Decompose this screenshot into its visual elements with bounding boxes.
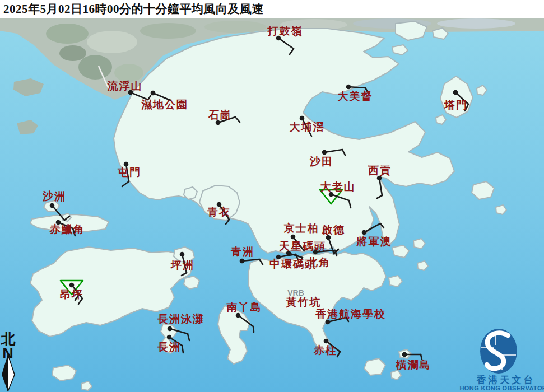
station-dot [180, 252, 185, 257]
station-dot [151, 91, 156, 96]
station-label: 黃竹坑 [286, 296, 322, 308]
station-dot [324, 339, 329, 344]
station-label: 塔門 [444, 99, 468, 111]
map-title: 2025年5月02日16時00分的十分鐘平均風向及風速 [0, 0, 544, 18]
urban-texture-patch [114, 64, 143, 82]
station-dot [124, 162, 129, 167]
station-label: 赤柱 [313, 344, 337, 356]
station-label: 西貢 [368, 165, 392, 176]
station-label: 屯門 [117, 166, 141, 178]
station-label: 青洲 [230, 246, 254, 258]
station-dot [362, 230, 367, 235]
urban-texture-patch [140, 23, 196, 39]
urban-texture-patch [87, 31, 137, 53]
station-label: 長洲 [157, 341, 181, 353]
station-dot [236, 313, 241, 318]
station-label: 濕地公園 [141, 99, 188, 110]
station-label: 啟德 [321, 224, 345, 236]
hko-logo-english-name: HONG KONG OBSERVATORY [459, 385, 544, 391]
station-label: 將軍澳 [356, 236, 392, 248]
station-label: 昂坪 [60, 288, 83, 300]
urban-texture-patch [204, 21, 266, 33]
station-dot [50, 203, 55, 208]
urban-texture-patch [437, 18, 515, 29]
station-label: 沙洲 [42, 190, 66, 202]
station-label: 坪洲 [170, 259, 194, 271]
station-label: 打鼓嶺 [267, 25, 303, 37]
hko-logo-chinese-name: 香港天文台 [476, 375, 536, 385]
station-label: 橫瀾島 [396, 359, 431, 371]
station-dot [167, 335, 172, 340]
station-dot [346, 85, 351, 90]
station-dot [240, 259, 245, 264]
station-dot [322, 150, 327, 155]
urban-texture-patch [59, 45, 86, 61]
station-dot [326, 320, 331, 325]
station-label: 長洲泳灘 [157, 313, 204, 325]
station-label: 青衣 [207, 206, 231, 218]
station-label: 南丫島 [226, 301, 262, 313]
station-label: 京士柏 [283, 222, 319, 234]
station-dot [300, 116, 305, 121]
station-dot [402, 352, 407, 357]
station-label: 大美督 [338, 90, 373, 102]
station-dot [168, 326, 173, 332]
wind-barb-icon [253, 326, 254, 332]
station-label: 流浮山 [107, 80, 143, 92]
island-hei-ling-chau [184, 276, 199, 289]
station-dot [313, 250, 318, 255]
urban-texture-patch [78, 55, 112, 80]
station-dot [453, 90, 458, 95]
hong-kong-wind-map: 打鼓嶺流浮山濕地公園石崗大美督塔門大埔滘沙田西貢大老山屯門沙洲赤鱲角青衣京士柏啟… [0, 0, 544, 392]
station-label: 石崗 [208, 109, 232, 121]
station-label: 沙田 [309, 156, 333, 167]
station-dot [69, 283, 75, 288]
island-ma-wan [184, 187, 197, 199]
station-label: 香港航海學校 [315, 308, 386, 320]
station-dot [291, 235, 296, 240]
urban-texture-patch [46, 24, 89, 44]
station-label: 赤鱲角 [49, 223, 85, 235]
station-label: 大埔滘 [290, 121, 325, 133]
station-label: 大老山 [320, 181, 356, 193]
station-label: 北角 [306, 256, 331, 268]
wind-map-screen: 打鼓嶺流浮山濕地公園石崗大美督塔門大埔滘沙田西貢大老山屯門沙洲赤鱲角青衣京士柏啟… [0, 0, 544, 392]
station-label: 天星碼頭 [278, 240, 326, 252]
